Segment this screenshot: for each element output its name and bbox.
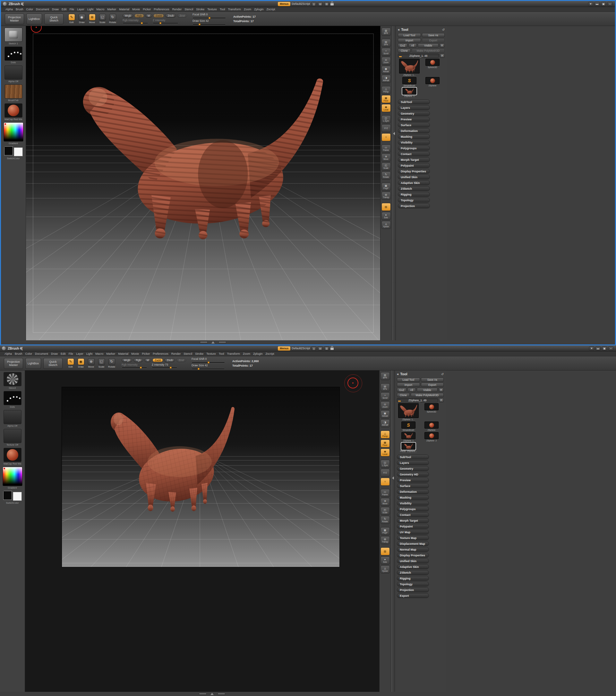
right-shelf-button[interactable]: ◰ Scale [382, 162, 391, 171]
tool-name-slider[interactable]: ZSphere_1. 49 [397, 398, 438, 402]
menu-item[interactable]: Tool [219, 352, 224, 355]
tool-thumbnail[interactable]: ZSphere_1 [397, 432, 420, 442]
right-shelf-button[interactable]: ▣ Actual [382, 66, 391, 74]
tool-section-header[interactable]: Masking [398, 134, 430, 139]
copy-doc-icon[interactable]: ▤ [318, 346, 323, 351]
tool-section-header[interactable]: ZSketch [397, 570, 429, 575]
menu-item[interactable]: Alpha [5, 8, 13, 11]
clone-button[interactable]: Clone [397, 393, 410, 397]
paint-mode-button[interactable]: Zadd [153, 14, 164, 18]
tool-section-header[interactable]: Contact [398, 152, 430, 156]
menu-item[interactable]: Material [119, 8, 129, 11]
tool-section-header[interactable]: Morph Target [398, 157, 430, 162]
close-button[interactable]: × [607, 2, 613, 6]
menu-item[interactable]: Transform [227, 352, 240, 355]
minimize-button[interactable]: ▬ [595, 2, 600, 6]
right-shelf-button[interactable]: XYZ [380, 469, 390, 477]
tool-section-header[interactable]: Adaptive Skin [397, 564, 429, 569]
menu-item[interactable]: Document [35, 352, 48, 355]
right-shelf-button[interactable]: ◎ Zoom [382, 57, 391, 65]
menus-button[interactable]: Menus [278, 346, 290, 351]
goz-visible-button[interactable]: Visible [417, 388, 438, 392]
tray-divider-handle[interactable] [391, 26, 396, 340]
load-tool-button[interactable]: Load Tool [398, 33, 421, 37]
default-zscript-label[interactable]: DefaultZScript [292, 347, 310, 350]
menu-item[interactable]: Zscript [266, 8, 275, 11]
minimize-button[interactable]: ▬ [596, 346, 601, 351]
right-shelf-button[interactable]: ◫ L.Sym [380, 460, 390, 468]
right-shelf-button[interactable]: ▦ Floor [382, 95, 391, 103]
menu-item[interactable]: Zplugin [253, 352, 263, 355]
lightbox-button[interactable]: LightBox [26, 14, 42, 25]
tool-section-header[interactable]: Display Properties [397, 553, 429, 558]
right-shelf-button[interactable]: △ Persp [380, 430, 390, 439]
right-shelf-button[interactable]: ↻ Rotate [382, 171, 391, 179]
menu-item[interactable]: Preferences [154, 8, 169, 11]
palette-swatch[interactable]: Gradient [3, 467, 22, 489]
tool-thumbnail[interactable]: PM3D_ZSphere... [397, 443, 420, 452]
right-shelf-button[interactable]: ◉ Local [382, 104, 391, 112]
save-as-button[interactable]: Save As [422, 33, 445, 37]
menu-item[interactable]: Tool [220, 8, 225, 11]
menu-item[interactable]: Stencil [183, 352, 192, 355]
right-shelf-button[interactable]: ▥ BPR [382, 28, 391, 36]
mode-button[interactable]: ⊕ Move [87, 14, 97, 24]
tool-r-button[interactable]: R [440, 53, 445, 58]
paint-mode-button[interactable]: M [144, 358, 151, 362]
collapse-icon[interactable]: « [397, 372, 399, 376]
right-shelf-button[interactable]: ◬ Xpose [380, 565, 390, 573]
tool-section-header[interactable]: Preview [398, 117, 430, 122]
right-shelf-button[interactable]: ▨ [380, 547, 390, 555]
mode-button[interactable]: ◉ Draw [76, 358, 85, 368]
tool-section-header[interactable]: Normal Map [397, 547, 429, 552]
goz-button[interactable]: GoZ [398, 43, 407, 48]
paint-mode-button[interactable]: Zsub [165, 14, 176, 18]
right-shelf-button[interactable]: + Scroll [382, 48, 391, 56]
tool-section-header[interactable]: Display Properties [398, 169, 430, 174]
tool-section-header[interactable]: Deformation [397, 489, 429, 494]
document-area[interactable] [62, 387, 339, 567]
menu-item[interactable]: Picker [143, 8, 151, 11]
right-shelf-button[interactable]: ▥ BPR [380, 372, 390, 380]
tool-section-header[interactable]: Topology [398, 198, 430, 203]
tool-section-header[interactable]: Layers [397, 460, 429, 465]
right-shelf-button[interactable]: ⊕ Move [380, 498, 390, 506]
right-shelf-button[interactable]: ◉ Local [380, 448, 390, 457]
tool-thumbnail[interactable]: ZSphere_1 [398, 88, 421, 97]
lightbox-button[interactable]: LightBox [25, 358, 41, 369]
menu-item[interactable]: Zplugin [254, 8, 264, 11]
draw-size-slider[interactable] [192, 368, 225, 369]
tool-section-header[interactable]: Rigging [398, 192, 430, 197]
shade-window-button[interactable]: ▼ [588, 2, 593, 6]
reload-icon[interactable]: ↺ [442, 28, 445, 31]
menu-item[interactable]: Document [36, 8, 49, 11]
mode-button[interactable]: ⊕ Move [87, 358, 96, 368]
right-shelf-button[interactable]: ◰ Scale [380, 507, 390, 515]
goz-visible-button[interactable]: Visible [418, 43, 439, 48]
menu-item[interactable]: File [70, 8, 75, 11]
focal-shift-slider[interactable] [193, 17, 226, 19]
export-doc-icon[interactable]: ▥ [324, 2, 329, 6]
make-polymesh3d-button[interactable]: Make PolyMesh3D [411, 393, 444, 397]
maximize-button[interactable]: ▣ [601, 2, 606, 6]
titlebar[interactable]: ZBrush 4[ Menus DefaultZScript ||| ▤ ▥ ▼… [1, 1, 615, 7]
clone-button[interactable]: Clone [398, 48, 411, 53]
right-shelf-button[interactable]: ↻ Rotate [380, 516, 390, 524]
goz-r-button[interactable]: R [439, 388, 444, 392]
right-shelf-button[interactable]: ◨ AAHalf [382, 75, 391, 83]
rgb-intensity-slider[interactable] [121, 367, 147, 368]
quick-sketch-button[interactable]: Quick Sketch [44, 14, 64, 25]
goz-all-button[interactable]: All [408, 43, 417, 48]
right-shelf-button[interactable]: ▭ Frame [380, 489, 390, 497]
save-as-button[interactable]: Save As [421, 378, 444, 382]
dock-up-arrow-icon[interactable] [211, 341, 215, 344]
tool-section-header[interactable]: Contact [397, 512, 429, 517]
tool-section-header[interactable]: Geometry HD [397, 472, 429, 477]
right-shelf-button[interactable]: XYZ [382, 124, 391, 132]
right-shelf-button[interactable]: ▩ PolyF [382, 183, 391, 191]
right-shelf-button[interactable]: ▨ [382, 203, 391, 211]
menu-item[interactable]: Stencil [184, 8, 193, 11]
tool-section-header[interactable]: Unified Skin [398, 175, 430, 179]
menu-item[interactable]: Color [26, 8, 33, 11]
menu-item[interactable]: Zoom [244, 8, 251, 11]
